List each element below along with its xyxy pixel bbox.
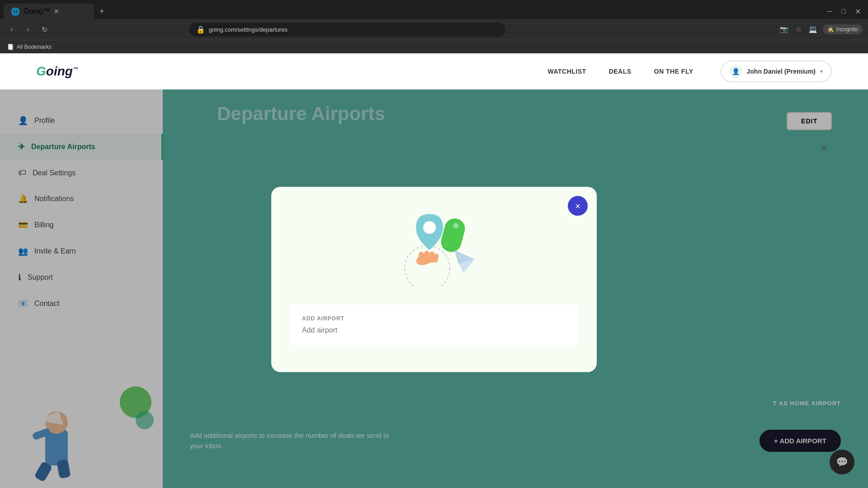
address-bar[interactable]: 🔒 going.com/settings/departures: [189, 23, 505, 37]
incognito-indicator: 🕵 Incognito: [823, 24, 863, 34]
bookmarks-bar: 📑 All Bookmarks: [0, 40, 868, 53]
maximize-button[interactable]: □: [838, 5, 849, 18]
airport-input-label: ADD AIRPORT: [302, 315, 566, 322]
site-header: Going™ WATCHLIST DEALS ON THE FLY 👤 John…: [0, 53, 868, 89]
site-logo[interactable]: Going™: [36, 64, 78, 79]
url-text: going.com/settings/departures: [209, 26, 498, 33]
nav-watchlist[interactable]: WATCHLIST: [548, 68, 586, 75]
close-window-button[interactable]: ✕: [851, 5, 864, 18]
tab-close-button[interactable]: ✕: [54, 8, 59, 15]
user-name: John Daniel (Premium): [747, 68, 816, 75]
nav-on-the-fly[interactable]: ON THE FLY: [654, 68, 693, 75]
svg-point-17: [453, 223, 458, 229]
modal-illustration: [289, 210, 579, 286]
airport-search-input[interactable]: [302, 326, 566, 334]
refresh-button[interactable]: ↻: [38, 23, 51, 36]
airport-input-section: ADD AIRPORT: [289, 305, 579, 345]
tab-favicon: 🌐: [11, 7, 20, 16]
user-menu-button[interactable]: 👤 John Daniel (Premium) ▾: [721, 61, 832, 82]
lock-icon: 🔒: [196, 25, 205, 34]
back-button[interactable]: ‹: [5, 23, 18, 36]
page-content: Going™ WATCHLIST DEALS ON THE FLY 👤 John…: [0, 53, 868, 488]
incognito-icon: 🕵: [827, 26, 834, 33]
site-nav: WATCHLIST DEALS ON THE FLY: [548, 68, 693, 75]
bookmarks-label: All Bookmarks: [17, 44, 52, 50]
nav-deals[interactable]: DEALS: [609, 68, 632, 75]
logo-text: Going™: [36, 64, 78, 79]
new-tab-button[interactable]: +: [96, 5, 108, 18]
svg-rect-16: [439, 216, 467, 254]
dropdown-chevron-icon: ▾: [820, 68, 823, 75]
device-icon[interactable]: 💻: [807, 23, 819, 35]
camera-off-icon: 📷: [778, 23, 790, 35]
modal-close-button[interactable]: ×: [568, 196, 588, 216]
tab-title: Going™: [24, 7, 50, 15]
user-avatar-icon: 👤: [730, 65, 742, 78]
bookmarks-icon: 📑: [7, 44, 14, 50]
minimize-button[interactable]: ─: [824, 5, 836, 18]
bookmark-icon[interactable]: ☆: [794, 23, 803, 35]
add-airport-modal: ×: [271, 187, 597, 372]
svg-point-10: [423, 221, 436, 234]
browser-tab[interactable]: 🌐 Going™ ✕: [4, 4, 94, 19]
forward-button[interactable]: ›: [22, 23, 34, 36]
background-content: Departure Airports EDIT 👤 Profile ✈ Depa…: [0, 89, 868, 488]
